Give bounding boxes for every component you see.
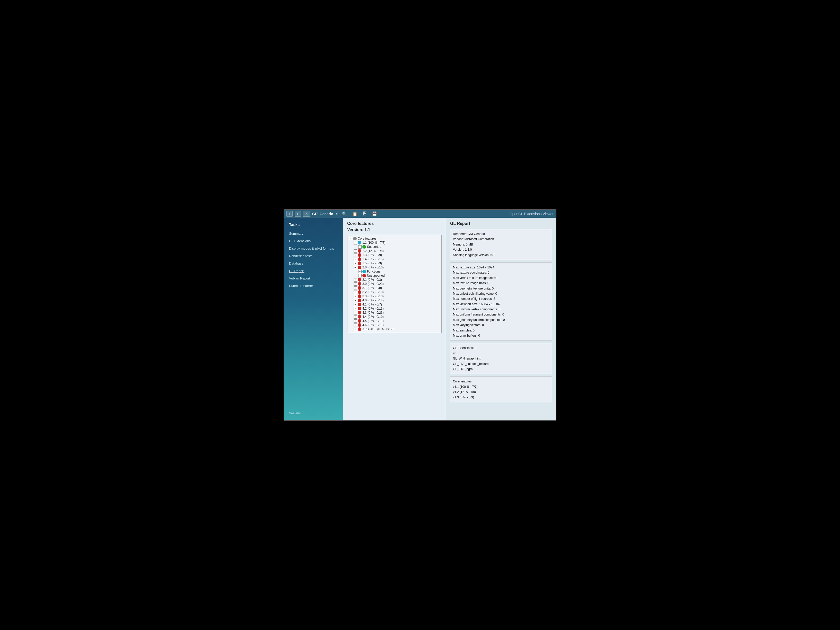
tree-toggle-3-2[interactable]: + — [354, 291, 357, 294]
tree-toggle-4-4[interactable]: + — [354, 315, 357, 319]
core-features-summary-title: Core features — [453, 379, 549, 384]
tree-toggle-3-0[interactable]: + — [354, 282, 357, 286]
red-icon-1-5 — [358, 262, 361, 265]
settings-icon — [353, 237, 357, 240]
search-icon[interactable]: 🔍 — [341, 211, 349, 217]
core-features-title: Core features — [347, 221, 442, 226]
dropdown-arrow[interactable]: ▼ — [335, 212, 338, 216]
save-icon[interactable]: 💾 — [370, 211, 379, 217]
tree-toggle-4-5[interactable]: + — [354, 319, 357, 323]
tree-item-4-3: + 4.3 (0 % - 0/23) — [349, 311, 440, 315]
red-icon-arb-2015 — [358, 327, 361, 331]
renderer-info-block: Renderer: GDI Generic Vendor: Microsoft … — [450, 229, 552, 260]
gl-extensions-count: GL Extensions: 3 — [453, 345, 549, 351]
tree-toggle-supported[interactable]: + — [358, 245, 362, 249]
tree-item-3-3: + 3.3 (0 % - 0/10) — [349, 294, 440, 298]
max-texture-image: Max texture image units: 0 — [453, 281, 549, 286]
version-line: Version: 1.1 — [347, 227, 442, 232]
tree-item-1-4: + 1.4 (0 % - 0/15) — [349, 257, 440, 261]
tree-item-4-6: + 4.6 (0 % - 0/11) — [349, 323, 440, 327]
tree-item-1-2: + 1.2 (12 % - 1/8) — [349, 249, 440, 253]
right-panel: GL Report Renderer: GDI Generic Vendor: … — [446, 218, 556, 420]
core-features-v13: v1.3 (0 % - 0/9) — [453, 395, 549, 400]
database-icon[interactable]: 🗄 — [361, 211, 368, 217]
forward-button[interactable]: › — [295, 211, 301, 217]
max-texture-size: Max texture size: 1024 x 1024 — [453, 265, 549, 270]
tree-toggle-1-1[interactable]: − — [354, 241, 357, 245]
tree-label-3-2: 3.2 (0 % - 0/10) — [362, 290, 384, 294]
tree-container: − Core features − 1.1 (100 % - 7/7) + — [347, 235, 442, 333]
tree-label-4-2: 4.2 (0 % - 0/13) — [362, 307, 384, 310]
sidebar-item-display-modes[interactable]: Display modes & pixel formats — [284, 245, 343, 252]
red-icon-3-2 — [358, 290, 361, 294]
core-features-summary-block: Core features v1.1 (100 % - 7/7) v1.2 (1… — [450, 376, 552, 402]
tree-label-1-3: 1.3 (0 % - 0/9) — [362, 253, 382, 257]
tree-toggle-3-1[interactable]: + — [354, 286, 357, 290]
max-geometry-texture: Max geometry texture units: 0 — [453, 286, 549, 291]
tree-label-unsupported: Unsupported — [367, 274, 385, 278]
memory-line: Memory: 0 MB — [453, 242, 549, 247]
home-button[interactable]: ⌂ — [303, 211, 310, 217]
sidebar-item-submit-renderer[interactable]: Submit renderer — [284, 282, 343, 289]
red-icon-2-0 — [358, 265, 361, 269]
tree-toggle-4-2[interactable]: + — [354, 307, 357, 310]
tree-toggle-2-0[interactable]: − — [354, 266, 357, 269]
green-icon-supported — [362, 245, 366, 249]
renderer-line: Renderer: GDI Generic — [453, 231, 549, 237]
red-icon-1-3 — [358, 253, 361, 257]
tree-toggle-3-3[interactable]: + — [354, 295, 357, 298]
tree-toggle-arb-2015[interactable]: + — [354, 328, 357, 331]
tree-item-unsupported: + Unsupported — [349, 273, 440, 278]
tree-item-1-1: − 1.1 (100 % - 7/7) — [349, 241, 440, 245]
teal-icon-1-1 — [358, 241, 361, 245]
tree-toggle-4-1[interactable]: + — [354, 303, 357, 306]
sidebar-item-summary[interactable]: Summary — [284, 230, 343, 237]
red-icon-4-4 — [358, 315, 361, 319]
tree-label-arb-2015: ARB 2015 (0 % - 0/12) — [362, 327, 393, 331]
tree-toggle-1-2[interactable]: + — [354, 249, 357, 253]
tree-label-3-0: 3.0 (0 % - 0/23) — [362, 282, 384, 286]
tree-label-1-5: 1.5 (0 % - 0/3) — [362, 262, 382, 265]
sidebar-item-gl-extensions[interactable]: GL Extensions — [284, 237, 343, 245]
tree-toggle-4-0[interactable]: + — [354, 299, 357, 302]
renderer-name: GDI Generic — [312, 212, 333, 216]
red-icon-4-0 — [358, 298, 361, 302]
max-light-sources: Max number of light sources: 8 — [453, 296, 549, 302]
red-icon-3-1 — [358, 286, 361, 290]
tree-toggle-1-4[interactable]: + — [354, 257, 357, 261]
red-icon-3-0 — [358, 282, 361, 286]
title-bar: ‹ › ⌂ GDI Generic ▼ 🔍 📋 🗄 💾 OpenGL Exten… — [284, 210, 556, 218]
tree-toggle-1-5[interactable]: + — [354, 262, 357, 265]
red-icon-unsupported — [362, 274, 366, 278]
back-button[interactable]: ‹ — [286, 211, 293, 217]
tree-item-4-5: + 4.5 (0 % - 0/11) — [349, 319, 440, 323]
left-panel: Core features Version: 1.1 − Core featur… — [343, 218, 446, 420]
app-window: ‹ › ⌂ GDI Generic ▼ 🔍 📋 🗄 💾 OpenGL Exten… — [284, 210, 556, 420]
sidebar-item-rendering-tests[interactable]: Rendering tests — [284, 252, 343, 260]
sidebar-item-database[interactable]: Database — [284, 260, 343, 267]
tree-toggle-functions[interactable]: + — [358, 270, 362, 273]
copy-icon[interactable]: 📋 — [351, 211, 359, 217]
tree-label-4-3: 4.3 (0 % - 0/23) — [362, 311, 384, 314]
tree-item-arb-2015: + ARB 2015 (0 % - 0/12) — [349, 327, 440, 331]
red-icon-4-5 — [358, 319, 361, 323]
tree-label-1-1: 1.1 (100 % - 7/7) — [362, 241, 385, 245]
tree-toggle-root[interactable]: − — [349, 237, 352, 240]
sidebar-item-vulkan-report[interactable]: Vulkan Report — [284, 275, 343, 282]
tree-toggle-4-6[interactable]: + — [354, 324, 357, 327]
vendor-line: Vendor: Microsoft Corporation — [453, 237, 549, 242]
tree-label-4-1: 4.1 (0 % - 0/7) — [362, 303, 382, 306]
tree-label-4-5: 4.5 (0 % - 0/11) — [362, 319, 384, 323]
main-area: Tasks Summary GL Extensions Display mode… — [284, 218, 556, 420]
tree-item-1-5: + 1.5 (0 % - 0/3) — [349, 261, 440, 265]
tree-toggle-1-3[interactable]: + — [354, 254, 357, 257]
sidebar-item-gl-report[interactable]: GL Report — [284, 267, 343, 275]
max-viewport-size: Max viewport size: 16384 x 16384 — [453, 302, 549, 307]
gl-report-title: GL Report — [450, 221, 552, 226]
tree-toggle-2-1[interactable]: + — [354, 278, 357, 281]
max-uniform-fragment: Max uniform fragment components: 0 — [453, 312, 549, 317]
tree-toggle-unsupported[interactable]: + — [358, 274, 362, 278]
gl-extensions-list-marker: \i0 — [453, 351, 549, 356]
tree-toggle-4-3[interactable]: + — [354, 311, 357, 314]
tree-label-2-1: 2.1 (0 % - 0/3) — [362, 278, 382, 281]
